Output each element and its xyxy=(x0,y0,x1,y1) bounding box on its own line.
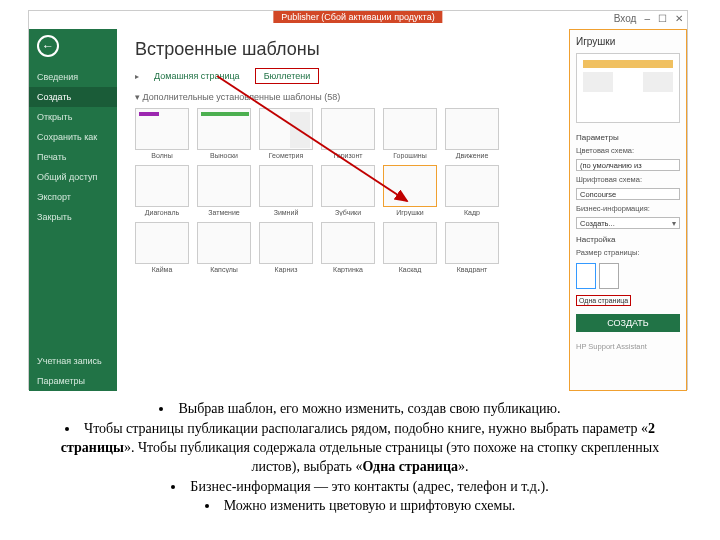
sidebar-item-export[interactable]: Экспорт xyxy=(29,187,117,207)
page-option-one[interactable] xyxy=(576,263,596,289)
fontscheme-label: Шрифтовая схема: xyxy=(576,175,680,184)
bullet-1: Выбрав шаблон, его можно изменить, созда… xyxy=(60,400,660,419)
taskbar-hint: HP Support Assistant xyxy=(576,342,680,351)
onepage-caption: Одна страница xyxy=(576,295,631,306)
template-item[interactable]: Игрушки xyxy=(383,165,437,216)
bizinfo-label: Бизнес-информация: xyxy=(576,204,680,213)
sidebar-item-saveas[interactable]: Сохранить как xyxy=(29,127,117,147)
bullet-3: Бизнес-информация — это контакты (адрес,… xyxy=(60,478,660,497)
template-item[interactable]: Картинка xyxy=(321,222,375,273)
pagesize-label: Размер страницы: xyxy=(576,248,680,257)
minimize-icon[interactable]: – xyxy=(644,13,650,24)
template-item[interactable]: Квадрант xyxy=(445,222,499,273)
page-title: Встроенные шаблоны xyxy=(135,39,557,60)
params-heading: Параметры xyxy=(576,133,680,142)
template-item[interactable]: Зубчики xyxy=(321,165,375,216)
bullet-icon: ▸ xyxy=(135,72,139,81)
template-gallery: Встроенные шаблоны ▸ Домашняя страница Б… xyxy=(117,29,569,391)
breadcrumb: ▸ Домашняя страница Бюллетени xyxy=(135,68,557,84)
template-item[interactable]: Кадр xyxy=(445,165,499,216)
sidebar-item-params[interactable]: Параметры xyxy=(29,371,117,391)
sidebar-item-account[interactable]: Учетная запись xyxy=(29,351,117,371)
custom-heading: Настройка xyxy=(576,235,680,244)
panel-title: Игрушки xyxy=(576,36,680,47)
create-button[interactable]: СОЗДАТЬ xyxy=(576,314,680,332)
template-item[interactable]: Зимний xyxy=(259,165,313,216)
bizinfo-dropdown[interactable]: Создать... xyxy=(576,217,680,229)
maximize-icon[interactable]: ☐ xyxy=(658,13,667,24)
template-item[interactable]: Карниз xyxy=(259,222,313,273)
template-item[interactable]: Геометрия xyxy=(259,108,313,159)
template-item[interactable]: Волны xyxy=(135,108,189,159)
fontscheme-dropdown[interactable]: ConcourseConstantia xyxy=(576,188,680,200)
bullet-4: Можно изменить цветовую и шрифтовую схем… xyxy=(60,497,660,516)
backstage-sidebar: ← Сведения Создать Открыть Сохранить как… xyxy=(29,29,117,391)
template-item[interactable]: Капсулы xyxy=(197,222,251,273)
back-button[interactable]: ← xyxy=(37,35,59,57)
app-window: Publisher (Сбой активации продукта) Вход… xyxy=(28,10,688,390)
breadcrumb-home[interactable]: Домашняя страница xyxy=(145,68,249,84)
colorscheme-label: Цветовая схема: xyxy=(576,146,680,155)
template-item[interactable]: Диагональ xyxy=(135,165,189,216)
sidebar-item-create[interactable]: Создать xyxy=(29,87,117,107)
template-item[interactable]: Затмение xyxy=(197,165,251,216)
page-option-two[interactable] xyxy=(599,263,619,289)
template-item[interactable]: Движение xyxy=(445,108,499,159)
colorscheme-dropdown[interactable]: (по умолчанию из шаблона) xyxy=(576,159,680,171)
template-preview xyxy=(576,53,680,123)
section-label: ▾ Дополнительные установленные шаблоны (… xyxy=(135,92,557,102)
close-icon[interactable]: ✕ xyxy=(675,13,683,24)
sidebar-item-close[interactable]: Закрыть xyxy=(29,207,117,227)
sidebar-item-print[interactable]: Печать xyxy=(29,147,117,167)
template-item[interactable]: Выноски xyxy=(197,108,251,159)
template-item[interactable]: Горизонт xyxy=(321,108,375,159)
template-item[interactable]: Каскад xyxy=(383,222,437,273)
titlebar: Publisher (Сбой активации продукта) Вход… xyxy=(29,11,687,29)
sidebar-item-info[interactable]: Сведения xyxy=(29,67,117,87)
pagesize-options xyxy=(576,263,680,289)
bullet-2: Чтобы страницы публикации располагались … xyxy=(60,420,660,477)
breadcrumb-current[interactable]: Бюллетени xyxy=(255,68,320,84)
sidebar-item-share[interactable]: Общий доступ xyxy=(29,167,117,187)
window-title: Publisher (Сбой активации продукта) xyxy=(273,11,442,23)
sidebar-item-open[interactable]: Открыть xyxy=(29,107,117,127)
template-item[interactable]: Кайма xyxy=(135,222,189,273)
template-options-panel: Игрушки Параметры Цветовая схема: (по ум… xyxy=(569,29,687,391)
template-grid: Волны Выноски Геометрия Горизонт Горошин… xyxy=(135,108,557,273)
slide-bullets: Выбрав шаблон, его можно изменить, созда… xyxy=(60,400,660,517)
template-item[interactable]: Горошины xyxy=(383,108,437,159)
user-signin[interactable]: Вход xyxy=(614,13,637,24)
